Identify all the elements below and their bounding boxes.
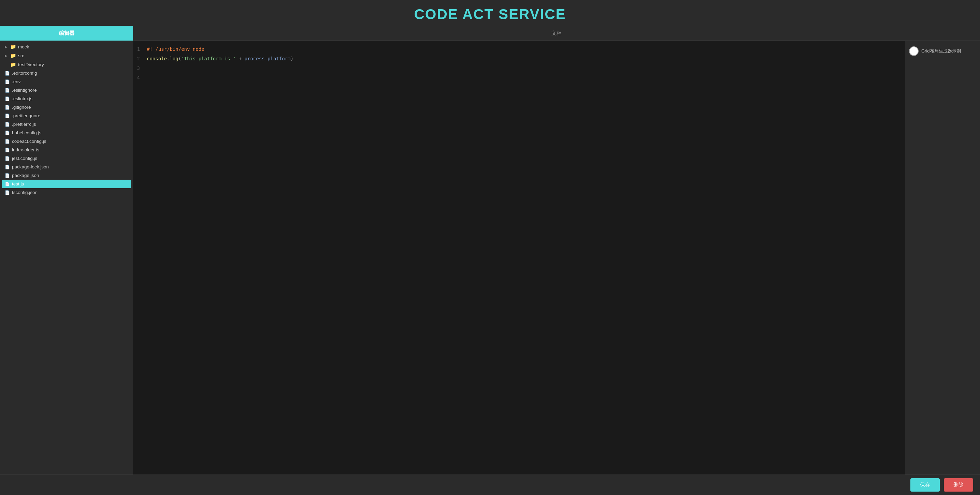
delete-button[interactable]: 删除 [944,478,973,492]
toggle-row: Grid布局生成器示例 [909,46,976,56]
file-label: package-lock.json [12,164,49,170]
folder-icon: 📁 [10,53,16,58]
file-label: babel.config.js [12,130,41,135]
file-icon: 📄 [5,182,10,186]
file-icon: 📄 [5,79,10,84]
page-title: CODE ACT SERVICE [0,6,980,22]
sidebar-item-babelconfig[interactable]: 📄 babel.config.js [0,129,133,137]
code-line-3: 3 [133,63,905,73]
tab-docs[interactable]: 文档 [133,26,980,41]
file-icon: 📄 [5,105,10,110]
sidebar-item-prettierignore[interactable]: 📄 .prettierignore [0,111,133,120]
line-number-2: 2 [133,54,147,63]
sidebar-item-packagejson[interactable]: 📄 package.json [0,171,133,180]
sidebar-item-indexolder[interactable]: 📄 index-older.ts [0,146,133,154]
sidebar-item-mock[interactable]: ▶ 📁 mock [0,42,133,51]
sidebar-item-jestconfig[interactable]: 📄 jest.config.js [0,154,133,163]
sidebar: ▶ 📁 mock ▶ 📁 src ▶ 📁 testDirectory 📄 .ed… [0,41,133,474]
file-label: .eslintignore [12,87,37,93]
header: CODE ACT SERVICE [0,0,980,26]
folder-label: src [18,53,24,58]
toggle-label: Grid布局生成器示例 [921,48,961,54]
file-label: .prettierignore [12,113,40,118]
file-label: test.js [12,181,24,186]
folder-icon: 📁 [10,62,16,67]
file-icon: 📄 [5,122,10,127]
folder-icon: 📁 [10,44,16,49]
code-content-2: console.log('This platform is ' + proces… [147,54,293,63]
file-icon: 📄 [5,71,10,76]
toggle-circle[interactable] [909,46,919,56]
save-button[interactable]: 保存 [910,478,940,492]
file-label: .editorconfig [12,71,37,76]
tab-bar: 编辑器 文档 [0,26,980,41]
sidebar-item-eslintrc[interactable]: 📄 .eslintrc.js [0,94,133,103]
file-icon: 📄 [5,139,10,144]
file-label: jest.config.js [12,156,37,161]
file-label: index-older.ts [12,147,39,152]
sidebar-item-testjs[interactable]: 📄 test.js [2,180,131,188]
code-editor[interactable]: 1 #! /usr/bin/env node 2 console.log('Th… [133,41,905,474]
file-icon: 📄 [5,165,10,170]
sidebar-item-editorconfig[interactable]: 📄 .editorconfig [0,69,133,78]
file-label: .eslintrc.js [12,96,32,101]
sidebar-item-eslintignore[interactable]: 📄 .eslintignore [0,86,133,94]
sidebar-item-codeactconfig[interactable]: 📄 codeact.config.js [0,137,133,146]
file-label: package.json [12,173,39,178]
file-icon: 📄 [5,97,10,101]
code-method: console.log [147,56,178,61]
file-icon: 📄 [5,156,10,161]
file-label: .prettierrc.js [12,122,36,127]
file-label: tsconfig.json [12,190,38,195]
sidebar-item-tsconfig[interactable]: 📄 tsconfig.json [0,188,133,197]
sidebar-item-packagelock[interactable]: 📄 package-lock.json [0,163,133,171]
sidebar-item-src[interactable]: ▶ 📁 src [0,51,133,60]
sidebar-item-gitignore[interactable]: 📄 .gitignore [0,103,133,111]
bottom-bar: 保存 删除 [0,474,980,495]
code-line-4: 4 [133,73,905,82]
file-icon: 📄 [5,130,10,135]
sidebar-item-prettierrc[interactable]: 📄 .prettierrc.js [0,120,133,129]
line-number-1: 1 [133,44,147,54]
chevron-right-icon: ▶ [5,54,8,58]
line-number-4: 4 [133,73,147,82]
sidebar-item-testdirectory[interactable]: ▶ 📁 testDirectory [0,60,133,69]
code-line-2: 2 console.log('This platform is ' + proc… [133,54,905,63]
file-icon: 📄 [5,148,10,152]
code-line-1: 1 #! /usr/bin/env node [133,44,905,54]
main-area: ▶ 📁 mock ▶ 📁 src ▶ 📁 testDirectory 📄 .ed… [0,41,980,474]
file-label: .env [12,79,21,84]
folder-label: mock [18,44,29,49]
file-icon: 📄 [5,173,10,178]
chevron-right-icon: ▶ [5,45,8,49]
code-content-1: #! /usr/bin/env node [147,44,204,54]
file-icon: 📄 [5,190,10,195]
sidebar-item-env[interactable]: 📄 .env [0,78,133,86]
file-icon: 📄 [5,114,10,118]
tab-editor[interactable]: 编辑器 [0,26,133,41]
folder-label: testDirectory [18,62,44,67]
file-icon: 📄 [5,88,10,93]
file-label: .gitignore [12,105,31,110]
file-label: codeact.config.js [12,139,46,144]
right-panel: Grid布局生成器示例 [905,41,980,474]
line-number-3: 3 [133,63,147,73]
